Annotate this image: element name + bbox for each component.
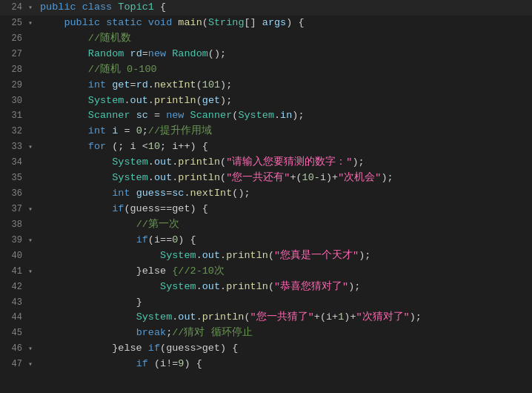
line-number: 46 <box>0 342 28 356</box>
token: in <box>280 110 292 121</box>
code-content: System.out.println(get); <box>37 93 232 109</box>
token: new <box>166 110 190 121</box>
code-content: if(guess==get) { <box>37 202 208 217</box>
token: int <box>88 125 112 136</box>
token: ( <box>268 281 274 292</box>
token: if <box>136 234 148 245</box>
token: class <box>82 1 119 13</box>
code-content: //第一次 <box>37 217 179 233</box>
line-number: 41 <box>0 265 28 279</box>
fold-icon[interactable]: ▾ <box>28 2 37 14</box>
table-row: 45 break;//猜对 循环停止 <box>0 326 532 341</box>
token: 0 <box>136 125 142 136</box>
token: ); <box>410 311 422 323</box>
fold-placeholder <box>28 297 37 309</box>
token: (); <box>208 48 226 59</box>
token: (i== <box>148 234 172 245</box>
table-row: 41▾ }else {//2-10次 <box>0 264 532 280</box>
token: System <box>112 156 148 168</box>
token: (); <box>232 188 250 199</box>
code-content: //随机 0-100 <box>37 62 157 78</box>
token: rd <box>130 48 142 59</box>
token: "您一共还有" <box>226 172 290 183</box>
code-content: }else if(guess>get) { <box>37 341 238 357</box>
fold-icon[interactable]: ▾ <box>28 235 37 247</box>
line-number: 26 <box>0 32 28 46</box>
token: . <box>196 281 202 292</box>
token: get <box>202 95 220 106</box>
token: ( <box>196 79 202 90</box>
line-number: 42 <box>0 280 28 294</box>
line-number: 31 <box>0 109 28 123</box>
token: i <box>112 125 124 136</box>
fold-icon[interactable]: ▾ <box>28 359 37 371</box>
token: get <box>112 79 130 90</box>
token: public <box>64 17 106 28</box>
token: ( <box>244 311 250 323</box>
token: "次猜对了" <box>356 311 410 323</box>
table-row: 29 int get=rd.nextInt(101); <box>0 78 532 93</box>
table-row: 26 //随机数 <box>0 31 532 47</box>
token: println <box>178 156 220 168</box>
fold-placeholder <box>28 282 37 294</box>
token: . <box>220 281 226 292</box>
token: -i)+ <box>314 172 338 183</box>
token: ); <box>220 95 232 106</box>
fold-icon[interactable]: ▾ <box>28 142 37 153</box>
token: new <box>148 48 172 59</box>
code-content: System.out.println("恭喜您猜对了"); <box>37 280 360 295</box>
token: ); <box>220 79 232 90</box>
table-row: 38 //第一次 <box>0 217 532 233</box>
token: ( <box>202 17 208 28</box>
code-content: if(i==0) { <box>37 233 196 248</box>
token: nextInt <box>190 188 233 199</box>
line-number: 24 <box>0 1 28 15</box>
line-number: 25 <box>0 16 28 30</box>
token: ) { <box>178 234 196 245</box>
fold-icon[interactable]: ▾ <box>28 18 37 30</box>
token: System <box>112 172 148 183</box>
token: = <box>130 79 136 90</box>
token: sc <box>172 188 184 199</box>
token: ( <box>220 172 226 183</box>
token: (i!= <box>154 358 178 369</box>
token: +( <box>290 172 302 183</box>
fold-icon[interactable]: ▾ <box>28 266 37 278</box>
token: sc <box>136 110 154 121</box>
line-number: 43 <box>0 296 28 310</box>
table-row: 40 System.out.println("您真是一个天才"); <box>0 248 532 264</box>
fold-placeholder <box>28 312 37 324</box>
token: . <box>148 156 154 168</box>
token: (guess>get) { <box>160 343 238 354</box>
code-content: } <box>37 295 142 311</box>
token: {//2-10次 <box>172 265 225 277</box>
token: }else <box>136 265 173 277</box>
table-row: 35 System.out.println("您一共还有"+(10-i)+"次机… <box>0 171 532 186</box>
token: = <box>142 48 148 59</box>
token: ); <box>381 172 393 183</box>
token: ; i++) { <box>160 141 208 152</box>
token: . <box>148 95 154 106</box>
fold-icon[interactable]: ▾ <box>28 343 37 355</box>
code-content: if (i!=9) { <box>37 357 202 372</box>
line-number: 45 <box>0 326 28 340</box>
table-row: 25▾ public static void main(String[] arg… <box>0 16 532 31</box>
token: out <box>154 156 172 168</box>
fold-icon[interactable]: ▾ <box>28 204 37 216</box>
table-row: 30 System.out.println(get); <box>0 93 532 109</box>
token: System <box>160 250 196 261</box>
line-number: 32 <box>0 125 28 139</box>
token: if <box>136 358 154 369</box>
token: Random <box>88 48 130 59</box>
table-row: 33▾ for (; i <10; i++) { <box>0 139 532 155</box>
token: . <box>196 311 202 323</box>
token: 10 <box>148 141 160 152</box>
fold-placeholder <box>28 219 37 231</box>
code-content: //随机数 <box>37 31 131 47</box>
token: public <box>40 1 82 13</box>
line-number: 37 <box>0 202 28 217</box>
token: Scanner <box>190 110 233 121</box>
fold-placeholder <box>28 188 37 200</box>
line-number: 36 <box>0 187 28 201</box>
code-content: break;//猜对 循环停止 <box>37 326 253 341</box>
